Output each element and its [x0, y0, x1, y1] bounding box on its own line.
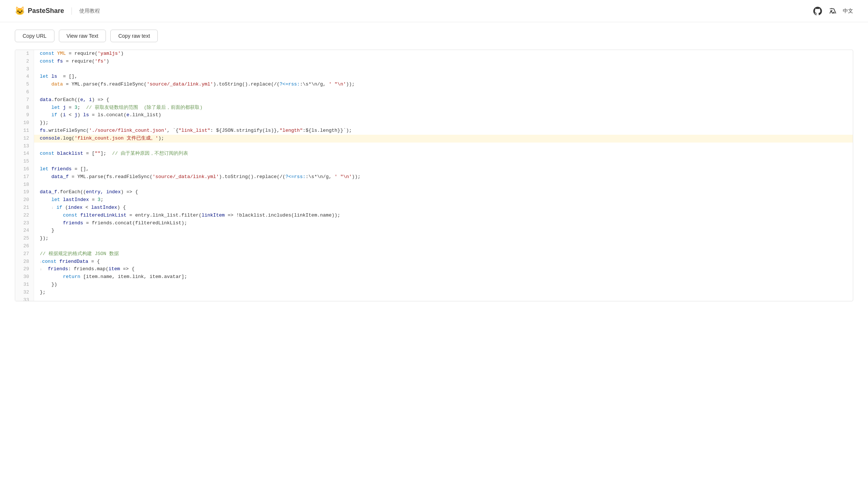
code-token: if: [54, 205, 65, 210]
line-content: const filteredLinkList = entry.link_list…: [34, 212, 853, 220]
table-row: 11fs.writeFileSync('./source/flink_count…: [15, 127, 853, 135]
code-token: blacklist: [57, 151, 83, 156]
code-token: // 由于某种原因，不想订阅的列表: [112, 151, 188, 156]
line-number: 22: [15, 212, 34, 220]
table-row: 5 data = YML.parse(fs.readFileSync('sour…: [15, 81, 853, 88]
code-token: : friends.map(: [68, 266, 108, 272]
line-content: });: [34, 119, 853, 127]
table-row: 30 return [item.name, item.link, item.av…: [15, 273, 853, 281]
table-row: 20 let lastIndex = 3;: [15, 196, 853, 204]
line-number: 3: [15, 66, 34, 73]
tutorial-link[interactable]: 使用教程: [79, 8, 100, 14]
line-content: };: [34, 289, 853, 297]
line-number: 31: [15, 281, 34, 289]
table-row: 26: [15, 242, 853, 250]
line-content: // 根据规定的格式构建 JSON 数据: [34, 250, 853, 258]
github-icon[interactable]: [812, 6, 823, 16]
code-token: ): [106, 58, 109, 64]
code-token: }): [40, 282, 57, 287]
logo: 🐱 PasteShare: [15, 6, 64, 16]
logo-emoji: 🐱: [15, 6, 25, 16]
line-number: 1: [15, 50, 34, 58]
table-row: 16let friends = [],: [15, 165, 853, 173]
code-token: 'flink_count.json 文件已生成。: [74, 135, 155, 141]
code-token: ls: [51, 74, 57, 79]
line-content: fs.writeFileSync('./source/flink_count.j…: [34, 127, 853, 135]
line-content: const YML = require('yamljs'): [34, 50, 853, 58]
header: 🐱 PasteShare 使用教程 中文: [0, 0, 868, 22]
code-token: .link_list): [129, 112, 161, 118]
line-content: data_f.forEach((entry, index) => {: [34, 188, 853, 196]
code-token: =: [66, 105, 74, 110]
code-token: linkItem: [201, 212, 224, 218]
table-row: 22 const filteredLinkList = entry.link_l…: [15, 212, 853, 220]
code-token: =: [89, 197, 97, 202]
code-token: fs: [57, 58, 63, 64]
copy-url-button[interactable]: Copy URL: [15, 30, 54, 42]
copy-raw-button[interactable]: Copy raw text: [110, 30, 158, 42]
line-number: 9: [15, 111, 34, 119]
lang-selector[interactable]: 中文: [843, 8, 853, 14]
code-scroll[interactable]: 1const YML = require('yamljs')2const fs …: [15, 50, 853, 301]
line-content: [34, 181, 853, 189]
code-token: [42, 266, 48, 272]
code-token: ) => {: [121, 189, 138, 195]
code-token: .forEach((: [51, 97, 80, 103]
code-token: console: [40, 135, 60, 141]
code-token: const: [63, 212, 80, 218]
line-number: 14: [15, 150, 34, 158]
header-left: 🐱 PasteShare 使用教程: [15, 6, 100, 16]
code-table: 1const YML = require('yamljs')2const fs …: [15, 50, 853, 301]
line-number: 21: [15, 204, 34, 212]
code-token: => {: [120, 266, 134, 272]
line-number: 24: [15, 227, 34, 235]
view-raw-button[interactable]: View raw Text: [59, 30, 106, 42]
line-content: console.log('flink_count.json 文件已生成。');: [34, 135, 853, 143]
code-token: : ${JSON.stringify(ls)},: [210, 128, 280, 133]
line-content: }: [34, 227, 853, 235]
translate-icon[interactable]: [829, 7, 837, 15]
line-number: 28: [15, 258, 34, 266]
code-token: entry, index: [86, 189, 121, 195]
code-token: );: [158, 135, 164, 141]
table-row: 21 ↓ if (index < lastIndex) {: [15, 204, 853, 212]
table-row: 10});: [15, 119, 853, 127]
code-token: = entry.link_list.filter(: [127, 212, 202, 218]
code-token: ));: [346, 81, 355, 87]
table-row: 1const YML = require('yamljs'): [15, 50, 853, 58]
app-name: PasteShare: [28, 7, 64, 15]
code-token: data: [40, 97, 51, 103]
line-number: 32: [15, 289, 34, 297]
code-token: ) {: [117, 205, 126, 210]
line-number: 7: [15, 96, 34, 104]
code-token: ): [121, 51, 124, 56]
code-token: ) => {: [92, 97, 109, 103]
code-token: j: [74, 112, 77, 118]
line-number: 11: [15, 127, 34, 135]
line-content: const blacklist = [""]; // 由于某种原因，不想订阅的列…: [34, 150, 853, 158]
code-token: [40, 274, 63, 279]
code-token: [40, 212, 63, 218]
code-token: ;: [77, 105, 86, 110]
line-content: [34, 143, 853, 150]
code-token: fs: [40, 128, 46, 133]
line-number: 2: [15, 58, 34, 66]
code-token: // 获取友链数组的范围 (除了最后，前面的都获取): [86, 105, 203, 110]
code-token: filteredLinkList: [80, 212, 127, 218]
line-number: 26: [15, 242, 34, 250]
line-number: 30: [15, 273, 34, 281]
table-row: 14const blacklist = [""]; // 由于某种原因，不想订阅…: [15, 150, 853, 158]
code-token: lastIndex: [63, 197, 89, 202]
line-number: 15: [15, 158, 34, 165]
code-token: const: [40, 51, 57, 56]
code-token: 3: [74, 105, 77, 110]
table-row: 31 }): [15, 281, 853, 289]
line-number: 12: [15, 135, 34, 143]
table-row: 13: [15, 143, 853, 150]
code-token: // 根据规定的格式构建 JSON 数据: [40, 251, 119, 257]
line-number: 20: [15, 196, 34, 204]
code-token: 'fs': [95, 58, 106, 64]
code-token: [40, 81, 51, 87]
code-token: friendData: [59, 259, 88, 264]
code-token: [40, 220, 63, 226]
